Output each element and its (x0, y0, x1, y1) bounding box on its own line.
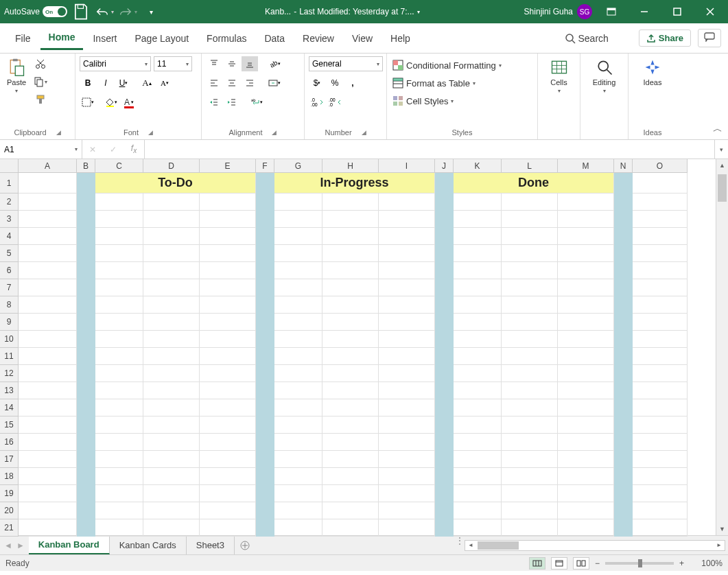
row-header[interactable]: 16 (0, 434, 19, 451)
cell[interactable] (19, 502, 77, 519)
cell[interactable] (454, 365, 502, 382)
cell[interactable] (454, 331, 502, 348)
column-header[interactable]: O (633, 159, 688, 173)
toggle-switch[interactable]: On (43, 6, 67, 17)
align-left-button[interactable] (206, 75, 222, 91)
cell[interactable] (95, 193, 143, 211)
cell[interactable] (379, 279, 435, 296)
row-header[interactable]: 15 (0, 416, 19, 434)
accounting-format-button[interactable]: $▾ (309, 75, 325, 91)
cell[interactable] (95, 382, 143, 399)
cell[interactable] (322, 262, 379, 279)
decrease-indent-button[interactable] (206, 95, 222, 110)
scroll-up-button[interactable]: ▲ (716, 159, 728, 172)
cell[interactable] (322, 416, 379, 434)
column-header[interactable]: L (502, 159, 558, 173)
cell[interactable] (274, 416, 322, 434)
row-header[interactable]: 12 (0, 365, 19, 382)
horizontal-scrollbar[interactable]: ◄ ► (465, 540, 725, 551)
cell[interactable] (95, 485, 143, 502)
cell[interactable] (454, 451, 502, 468)
cell[interactable] (454, 279, 502, 296)
cell[interactable] (19, 399, 77, 416)
increase-indent-button[interactable] (224, 95, 240, 110)
sheet-tab[interactable]: Kanban Cards (110, 536, 187, 554)
cell[interactable] (633, 502, 688, 519)
cell[interactable] (558, 348, 614, 365)
cell[interactable] (143, 348, 200, 365)
cell[interactable] (95, 348, 143, 365)
column-header[interactable]: F (256, 159, 274, 173)
cell[interactable] (502, 399, 558, 416)
cell[interactable] (454, 519, 502, 537)
cell[interactable] (558, 211, 614, 228)
page-break-view-button[interactable] (573, 557, 589, 570)
wrap-text-button[interactable]: ab▾ (248, 95, 265, 110)
fill-color-button[interactable]: ▾ (103, 95, 119, 110)
minimize-button[interactable] (631, 0, 658, 23)
column-header[interactable]: H (322, 159, 379, 173)
row-header[interactable]: 3 (0, 211, 19, 228)
expand-formula-bar-button[interactable]: ▾ (714, 140, 728, 159)
cell[interactable] (274, 519, 322, 537)
cell[interactable] (200, 245, 256, 262)
cell[interactable] (19, 485, 77, 502)
column-header[interactable]: D (143, 159, 200, 173)
select-all-corner[interactable] (0, 159, 19, 173)
zoom-slider[interactable] (605, 562, 674, 565)
scroll-right-button[interactable]: ► (714, 541, 725, 550)
spreadsheet-grid[interactable]: ▲ ▼ ABCDEFGHIJKLMNO123456789101112131415… (0, 159, 728, 535)
column-header[interactable]: A (19, 159, 77, 173)
sheet-tab[interactable]: Kanban Board (29, 536, 110, 554)
cell[interactable] (558, 502, 614, 519)
percent-format-button[interactable]: % (327, 75, 343, 91)
search-button[interactable]: Search (565, 33, 609, 44)
cell[interactable] (322, 365, 379, 382)
cell[interactable] (200, 382, 256, 399)
underline-button[interactable]: U▾ (115, 75, 132, 91)
font-launcher-icon[interactable]: ◢ (148, 129, 153, 136)
close-button[interactable] (696, 0, 724, 23)
cell[interactable] (143, 228, 200, 245)
cell[interactable] (558, 279, 614, 296)
cell[interactable] (502, 416, 558, 434)
undo-button[interactable]: ▾ (95, 2, 114, 21)
column-header[interactable]: G (274, 159, 322, 173)
cell[interactable] (200, 314, 256, 331)
cell[interactable] (558, 468, 614, 485)
cell[interactable] (143, 434, 200, 451)
cell[interactable] (19, 348, 77, 365)
cell[interactable] (379, 434, 435, 451)
cell[interactable] (379, 365, 435, 382)
tab-file[interactable]: File (7, 27, 39, 49)
cell[interactable] (143, 314, 200, 331)
row-header[interactable]: 20 (0, 502, 19, 519)
cell[interactable] (633, 399, 688, 416)
tab-help[interactable]: Help (382, 27, 419, 49)
cell[interactable] (633, 211, 688, 228)
cell[interactable] (454, 314, 502, 331)
cell[interactable] (502, 468, 558, 485)
align-top-button[interactable] (206, 56, 222, 71)
maximize-button[interactable] (664, 0, 691, 23)
kanban-column-header[interactable]: To-Do (95, 173, 256, 193)
cell[interactable] (200, 348, 256, 365)
cell[interactable] (200, 365, 256, 382)
copy-button[interactable]: ▾ (32, 74, 49, 89)
row-header[interactable]: 8 (0, 296, 19, 314)
cell[interactable] (379, 331, 435, 348)
cell[interactable] (19, 468, 77, 485)
tab-options-button[interactable]: ⋮ (455, 536, 465, 554)
cut-button[interactable] (32, 56, 49, 71)
cell[interactable] (379, 228, 435, 245)
cell[interactable] (274, 211, 322, 228)
cell[interactable] (95, 262, 143, 279)
zoom-out-button[interactable]: − (595, 559, 600, 568)
align-center-button[interactable] (224, 75, 240, 91)
kanban-column-header[interactable]: Done (454, 173, 614, 193)
font-name-combo[interactable]: Calibri▾ (80, 56, 151, 71)
cell[interactable] (379, 451, 435, 468)
row-header[interactable]: 13 (0, 382, 19, 399)
cell[interactable] (379, 399, 435, 416)
cell[interactable] (454, 262, 502, 279)
